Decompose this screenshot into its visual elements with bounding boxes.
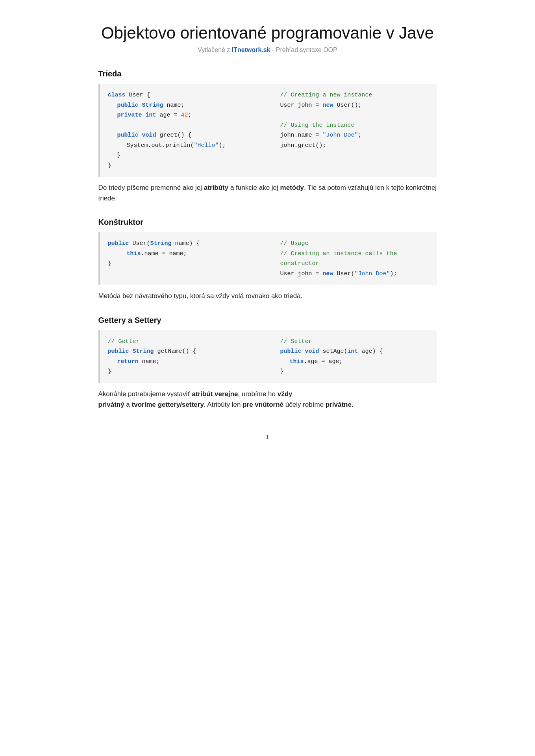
keyword-public2: public (117, 132, 139, 139)
section-heading-trieda: Trieda (98, 69, 437, 78)
code-line: class User { (108, 90, 257, 100)
code-col-left-trieda: class User { public String name; private… (108, 90, 257, 170)
bold-pre-vnutorne: pre vnútorné (243, 401, 283, 408)
keyword-this-s: this (290, 358, 304, 365)
code-line: User john = new User(); (280, 100, 429, 111)
comment-creating-calls: // Creating an instance calls the constr… (280, 249, 429, 269)
code-line: } (108, 150, 257, 161)
keyword-string-k: String (150, 240, 172, 247)
code-col-left-konstruktor: public User(String name) { this.name = n… (108, 239, 257, 279)
keyword-public-k: public (108, 240, 129, 247)
bold-gettery-settery: tvoríme gettery/settery (132, 401, 204, 408)
heading-connector: a (126, 316, 135, 324)
code-line: public void greet() { (108, 130, 257, 141)
code-line: } (108, 259, 257, 269)
keyword-public: public (117, 102, 139, 109)
code-col-right-settery: // Setter public void setAge(int age) { … (280, 337, 429, 377)
comment-usage: // Usage (280, 239, 429, 249)
keyword-public-g: public (108, 348, 129, 355)
keyword-public-s: public (280, 348, 302, 355)
keyword-int: int (146, 112, 156, 119)
code-col-left-gettery: // Getter public String getName() { retu… (108, 337, 257, 377)
keyword-new: new (323, 102, 333, 109)
subtitle-link[interactable]: ITnetwork.sk (232, 46, 270, 53)
comment-creating-instance: // Creating a new instance (280, 90, 429, 100)
code-block-konstruktor: public User(String name) { this.name = n… (98, 232, 437, 285)
bold-privatne: privátne (326, 401, 352, 408)
page-title: Objektovo orientované programovanie v Ja… (98, 24, 437, 43)
code-line: public User(String name) { (108, 239, 257, 249)
keyword-private: private (117, 112, 142, 119)
prose-gettery: Akonáhle potrebujeme vystaviť atribút ve… (98, 389, 437, 410)
section-konstruktor: Konštruktor public User(String name) { t… (98, 218, 437, 301)
code-block-gettery: // Getter public String getName() { retu… (98, 330, 437, 383)
keyword-string-g: String (133, 348, 154, 355)
code-block-trieda: class User { public String name; private… (98, 84, 437, 177)
code-line: this.age = age; (280, 357, 429, 367)
code-line: } (108, 161, 257, 171)
page-number: 1 (98, 434, 437, 440)
string-john-doe: "John Doe" (323, 132, 358, 139)
prose-konstruktor: Metóda bez návratového typu, ktorá sa vž… (98, 291, 437, 301)
code-line: } (280, 367, 429, 377)
code-line-empty (280, 110, 429, 120)
code-line: john.greet(); (280, 141, 429, 151)
page-container: Objektovo orientované programovanie v Ja… (91, 0, 445, 472)
code-line: public String name; (108, 100, 257, 111)
number-42: 42 (181, 112, 188, 119)
code-line: john.name = "John Doe"; (280, 130, 429, 141)
comment-setter: // Setter (280, 337, 429, 347)
bold-metody: metódy (280, 184, 304, 191)
comment-getter: // Getter (108, 337, 257, 347)
keyword-this: this (127, 250, 141, 257)
code-line: User john = new User("John Doe"); (280, 269, 429, 279)
prose-trieda: Do triedy píšeme premenné ako jej atribú… (98, 182, 437, 204)
bold-atribut-verejne: atribút verejne (192, 390, 238, 398)
code-col-right-konstruktor: // Usage // Creating an instance calls t… (280, 239, 429, 279)
string-hello: "Hello" (194, 142, 219, 149)
code-line-empty (108, 120, 257, 131)
subtitle: Vytlačené z ITnetwork.sk - Prehľad synta… (98, 46, 437, 54)
keyword-int-s: int (348, 348, 358, 355)
keyword-void: void (142, 132, 156, 139)
code-line: System.out.println("Hello"); (108, 141, 257, 151)
keyword-new-k: new (323, 271, 333, 277)
subtitle-text: Vytlačené z (198, 46, 232, 53)
keyword-string: String (142, 102, 163, 109)
keyword-class: class (108, 92, 126, 98)
section-gettery: Gettery a Settery // Getter public Strin… (98, 316, 437, 410)
code-line: private int age = 42; (108, 110, 257, 120)
keyword-return: return (117, 358, 139, 365)
comment-using-instance: // Using the instance (280, 120, 429, 131)
code-line: this.name = name; (108, 249, 257, 259)
string-john-doe-k: "John Doe" (355, 271, 390, 277)
heading-gettery: Gettery (98, 316, 126, 324)
section-trieda: Trieda class User { public String name; … (98, 69, 437, 204)
keyword-void-s: void (305, 348, 319, 355)
section-heading-gettery: Gettery a Settery (98, 316, 437, 325)
subtitle-rest: - Prehľad syntaxe OOP (270, 46, 337, 53)
section-heading-konstruktor: Konštruktor (98, 218, 437, 227)
heading-settery: Settery (135, 316, 161, 324)
code-line: return name; (108, 357, 257, 367)
code-line: public void setAge(int age) { (280, 346, 429, 357)
bold-atributy: atribúty (204, 184, 228, 191)
code-line: } (108, 367, 257, 377)
code-col-right-trieda: // Creating a new instance User john = n… (280, 90, 429, 170)
code-line: public String getName() { (108, 346, 257, 357)
